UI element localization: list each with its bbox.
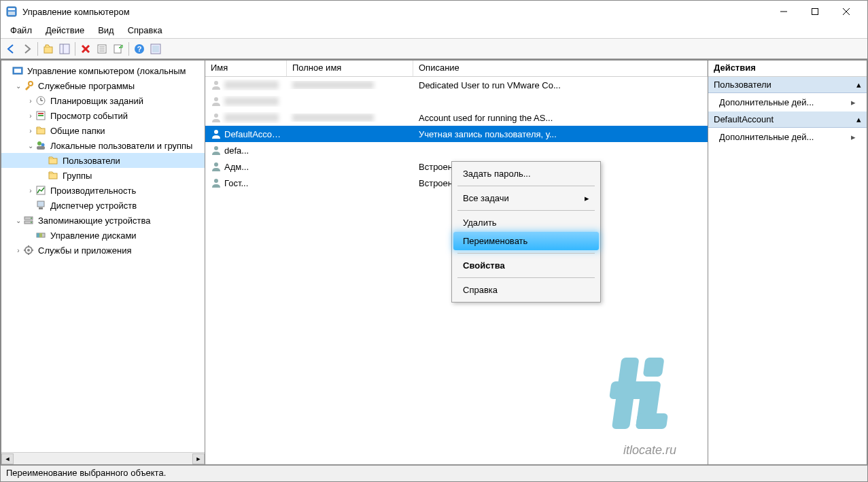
export-button[interactable] xyxy=(111,41,126,56)
expander-icon[interactable]: › xyxy=(26,112,35,120)
tree-services-apps[interactable]: › Службы и приложения xyxy=(1,243,205,258)
tree-label: Планировщик заданий xyxy=(49,95,145,107)
user-icon xyxy=(211,80,222,90)
tree-performance[interactable]: › Производительность xyxy=(1,183,205,198)
ctx-set-password[interactable]: Задать пароль... xyxy=(453,165,599,183)
svg-rect-35 xyxy=(49,173,57,179)
minimize-button[interactable] xyxy=(768,1,799,22)
properties-button[interactable] xyxy=(94,41,109,56)
list-row[interactable]: Dedicated User to run VMware Co... xyxy=(205,77,708,93)
column-fullname[interactable]: Полное имя xyxy=(287,61,413,76)
computer-management-icon xyxy=(12,65,23,76)
tree-system-tools[interactable]: ⌄ Служебные программы xyxy=(1,78,205,93)
svg-text:?: ? xyxy=(137,45,142,53)
tree-groups[interactable]: Группы xyxy=(1,168,205,183)
svg-point-55 xyxy=(214,130,218,134)
show-hide-tree-button[interactable] xyxy=(57,41,72,56)
svg-rect-44 xyxy=(37,233,39,237)
expander-icon[interactable]: ⌄ xyxy=(14,82,23,90)
actions-group-defaultaccount[interactable]: DefaultAccount ▴ xyxy=(708,111,867,128)
tree-task-scheduler[interactable]: › Планировщик заданий xyxy=(1,93,205,108)
ctx-separator xyxy=(457,277,595,278)
list-header: Имя Полное имя Описание xyxy=(205,61,708,77)
svg-rect-29 xyxy=(38,115,44,116)
help-button[interactable]: ? xyxy=(132,41,147,56)
tree-root[interactable]: Управление компьютером (локальным xyxy=(1,63,205,78)
list-row[interactable] xyxy=(205,93,708,109)
svg-point-41 xyxy=(31,218,32,219)
scroll-track[interactable] xyxy=(14,453,192,464)
forward-button[interactable] xyxy=(20,41,35,56)
event-viewer-icon xyxy=(35,110,46,121)
tree-label: Производительность xyxy=(49,185,137,196)
refresh-button[interactable] xyxy=(148,41,163,56)
list-row[interactable]: Account used for running the AS... xyxy=(205,109,708,126)
watermark-logo-icon xyxy=(599,337,701,439)
close-button[interactable] xyxy=(831,1,862,22)
maximize-button[interactable] xyxy=(799,1,831,22)
svg-rect-63 xyxy=(636,413,668,429)
ctx-help[interactable]: Справка xyxy=(453,281,599,299)
svg-rect-33 xyxy=(37,146,45,150)
scroll-right-button[interactable]: ► xyxy=(192,453,205,464)
ctx-properties[interactable]: Свойства xyxy=(453,256,599,275)
tree-shared-folders[interactable]: › Общие папки xyxy=(1,123,205,138)
shared-folders-icon xyxy=(35,125,46,136)
menu-help[interactable]: Справка xyxy=(121,24,169,37)
ctx-rename[interactable]: Переименовать xyxy=(453,232,599,250)
tree-event-viewer[interactable]: › Просмотр событий xyxy=(1,108,205,123)
tree-users[interactable]: Пользователи xyxy=(1,153,205,168)
tree-local-users-groups[interactable]: ⌄ Локальные пользователи и группы xyxy=(1,138,205,153)
list-body[interactable]: Dedicated User to run VMware Co... Accou… xyxy=(205,77,708,464)
ctx-all-tasks[interactable]: Все задачи▸ xyxy=(453,189,599,207)
expander-icon[interactable]: › xyxy=(26,127,35,135)
svg-rect-20 xyxy=(152,46,159,52)
menu-action[interactable]: Действие xyxy=(39,24,91,37)
tree-label: Просмотр событий xyxy=(49,110,129,122)
expander-icon[interactable]: ⌄ xyxy=(26,142,35,150)
ctx-label: Переименовать xyxy=(463,236,527,246)
tools-icon xyxy=(23,80,34,91)
user-icon xyxy=(211,128,222,139)
svg-rect-28 xyxy=(38,113,44,114)
column-description[interactable]: Описание xyxy=(413,61,708,76)
tree-disk-management[interactable]: Управление дисками xyxy=(1,228,205,243)
expander-icon[interactable]: › xyxy=(14,247,23,254)
tree-scrollbar[interactable]: ◄ ► xyxy=(1,452,205,464)
ctx-label: Справка xyxy=(463,285,498,295)
actions-item-more[interactable]: Дополнительные дей... ▸ xyxy=(708,93,867,111)
delete-button[interactable] xyxy=(78,41,93,56)
list-row[interactable]: defa... xyxy=(205,142,708,158)
tree-label: Группы xyxy=(61,170,93,182)
list-row-selected[interactable]: DefaultAccount Учетная запись пользовате… xyxy=(205,126,708,142)
cell-desc: Учетная запись пользователя, у... xyxy=(413,129,708,139)
cell-name: defa... xyxy=(224,145,249,156)
expander-icon[interactable]: › xyxy=(26,187,35,194)
back-button[interactable] xyxy=(3,41,18,56)
tree-device-manager[interactable]: Диспетчер устройств xyxy=(1,198,205,213)
disk-management-icon xyxy=(35,230,46,241)
cell-desc: Account used for running the AS... xyxy=(413,113,708,123)
svg-rect-60 xyxy=(636,381,661,429)
column-name[interactable]: Имя xyxy=(205,61,287,76)
chevron-up-icon: ▴ xyxy=(856,114,861,124)
chevron-right-icon: ▸ xyxy=(851,97,856,107)
blurred-text xyxy=(224,81,279,89)
tree[interactable]: Управление компьютером (локальным ⌄ Служ… xyxy=(1,61,205,452)
ctx-delete[interactable]: Удалить xyxy=(453,213,599,232)
actions-pane: Действия Пользователи ▴ Дополнительные д… xyxy=(708,60,867,465)
expander-icon[interactable]: ⌄ xyxy=(14,217,23,224)
ctx-label: Задать пароль... xyxy=(463,169,531,179)
actions-item-more[interactable]: Дополнительные дей... ▸ xyxy=(708,128,867,146)
tree-storage[interactable]: ⌄ Запоминающие устройства xyxy=(1,213,205,228)
user-icon xyxy=(211,161,222,172)
actions-group-label: Пользователи xyxy=(714,80,771,90)
menu-view[interactable]: Вид xyxy=(91,24,121,37)
actions-group-users[interactable]: Пользователи ▴ xyxy=(708,77,867,93)
expander-icon[interactable]: › xyxy=(26,97,35,105)
up-button[interactable] xyxy=(41,41,56,56)
scroll-left-button[interactable]: ◄ xyxy=(1,453,14,464)
svg-rect-59 xyxy=(643,358,665,377)
ctx-separator xyxy=(457,253,595,254)
menu-file[interactable]: Файл xyxy=(3,24,39,37)
